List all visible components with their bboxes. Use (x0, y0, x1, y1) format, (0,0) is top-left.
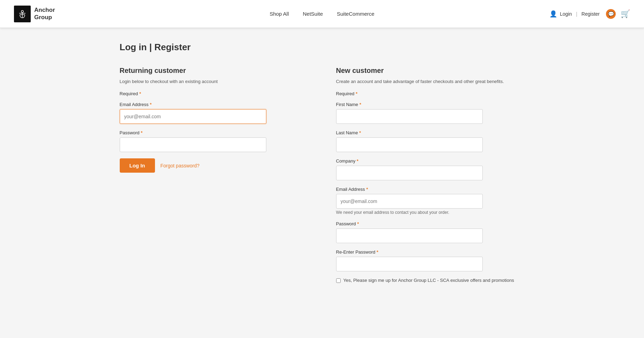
newsletter-checkbox[interactable] (336, 278, 341, 283)
company-star: * (357, 158, 358, 164)
new-email-label: Email Address * (336, 187, 525, 192)
nav-netsuite[interactable]: NetSuite (303, 11, 323, 17)
last-name-input[interactable] (336, 137, 483, 152)
first-name-field-group: First Name * (336, 102, 525, 124)
login-link[interactable]: Login (560, 11, 572, 17)
new-customer-subtitle: Create an account and take advantage of … (336, 79, 525, 84)
register-link[interactable]: Register (582, 11, 600, 17)
logo-icon (14, 6, 31, 22)
nav-shop-all[interactable]: Shop All (269, 11, 289, 17)
last-name-star: * (359, 130, 361, 135)
email-input[interactable] (120, 109, 266, 124)
password-field-group: Password * (120, 130, 308, 152)
user-icon: 👤 (549, 10, 557, 18)
new-email-star: * (366, 187, 368, 192)
brand-logo[interactable]: Anchor Group (14, 6, 55, 22)
company-field-group: Company * (336, 158, 525, 180)
forgot-password-link[interactable]: Forgot password? (161, 163, 200, 168)
new-required: Required * (336, 91, 525, 96)
svg-point-0 (21, 10, 23, 13)
new-required-star: * (356, 91, 357, 96)
cart-icon[interactable]: 🛒 (621, 9, 630, 18)
chat-icon[interactable]: 💬 (606, 9, 616, 19)
reenter-password-input[interactable] (336, 257, 483, 271)
returning-customer-section: Returning customer Login below to checko… (120, 67, 308, 283)
password-star: * (141, 130, 142, 135)
newsletter-checkbox-group: Yes, Please sign me up for Anchor Group … (336, 278, 525, 283)
header-actions: 👤 Login | Register 💬 🛒 (549, 9, 630, 19)
returning-required: Required * (120, 91, 308, 96)
newsletter-label: Yes, Please sign me up for Anchor Group … (343, 278, 514, 283)
email-field-group: Email Address * (120, 102, 308, 124)
new-email-input[interactable] (336, 194, 483, 209)
brand-name: Anchor Group (34, 7, 55, 21)
reenter-password-label: Re-Enter Password * (336, 249, 525, 255)
returning-subtitle: Login below to checkout with an existing… (120, 79, 308, 84)
main-content: Log in | Register Returning customer Log… (113, 28, 532, 297)
nav-suitecommerce[interactable]: SuiteCommerce (337, 11, 375, 17)
email-hint: We need your email address to contact yo… (336, 210, 525, 215)
new-password-field-group: Password * (336, 221, 525, 243)
password-label: Password * (120, 130, 308, 135)
new-password-input[interactable] (336, 228, 483, 243)
new-email-field-group: Email Address * We need your email addre… (336, 187, 525, 215)
login-button[interactable]: Log In (120, 158, 155, 173)
first-name-star: * (360, 102, 361, 107)
new-customer-section: New customer Create an account and take … (336, 67, 525, 283)
first-name-label: First Name * (336, 102, 525, 107)
reenter-password-field-group: Re-Enter Password * (336, 249, 525, 271)
email-star: * (150, 102, 151, 107)
last-name-field-group: Last Name * (336, 130, 525, 152)
page-title: Log in | Register (120, 42, 525, 53)
new-customer-heading: New customer (336, 67, 525, 75)
email-label: Email Address * (120, 102, 308, 107)
reenter-star: * (377, 249, 378, 255)
new-password-star: * (357, 221, 359, 226)
form-columns: Returning customer Login below to checko… (120, 67, 525, 283)
site-header: Anchor Group Shop All NetSuite SuiteComm… (0, 0, 644, 28)
company-input[interactable] (336, 166, 483, 180)
last-name-label: Last Name * (336, 130, 525, 135)
new-password-label: Password * (336, 221, 525, 226)
first-name-input[interactable] (336, 109, 483, 124)
password-input[interactable] (120, 137, 266, 152)
company-label: Company * (336, 158, 525, 164)
required-star: * (139, 91, 141, 96)
divider: | (576, 11, 577, 17)
main-nav: Shop All NetSuite SuiteCommerce (269, 11, 374, 17)
returning-heading: Returning customer (120, 67, 308, 75)
login-row: Log In Forgot password? (120, 158, 308, 173)
